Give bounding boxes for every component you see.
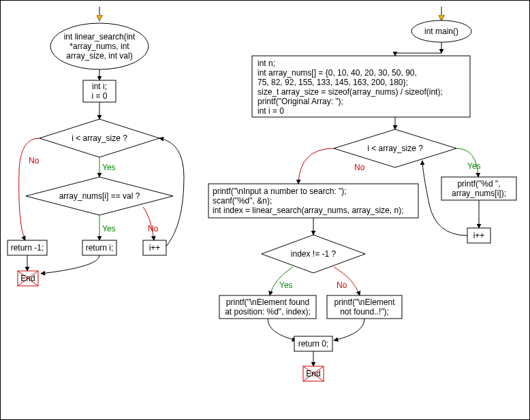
text: return i; (86, 243, 114, 253)
text: i++ (473, 231, 485, 240)
edge-label-yes: Yes (102, 224, 116, 233)
edge-label-yes: Yes (279, 280, 293, 290)
text: index != -1 ? (291, 249, 337, 259)
text: i < array_size ? (367, 144, 423, 153)
text: printf("%d ", (457, 179, 500, 189)
svg-text:at position: %d", index);: at position: %d", index); (225, 307, 311, 317)
svg-text:i = 0: i = 0 (91, 91, 107, 101)
edge-label-no: No (337, 280, 347, 290)
text: return 0; (298, 339, 329, 349)
text: int i; (92, 82, 107, 91)
svg-text:printf("\nElement: printf("\nElement (334, 297, 396, 307)
svg-text:array_size, int val): array_size, int val) (66, 51, 132, 61)
svg-text:printf("%d ",: printf("%d ", (457, 179, 500, 189)
text: 75, 82, 92, 155, 133, 145, 163, 200, 180… (258, 78, 408, 87)
svg-text:int main(): int main() (424, 27, 458, 36)
svg-text:return -1;: return -1; (11, 243, 44, 253)
text: return -1; (11, 243, 44, 253)
text: int linear_search(int (64, 32, 136, 42)
svg-text:not found..!");: not found..!"); (340, 307, 389, 317)
svg-text:index != -1 ?: index != -1 ? (291, 249, 337, 259)
svg-text:int index = linear_search(arra: int index = linear_search(array_nums, ar… (213, 206, 403, 215)
edge-label-yes: Yes (467, 161, 481, 171)
text: int n; (258, 59, 275, 68)
text: int index = linear_search(array_nums, ar… (213, 206, 403, 215)
svg-text:75, 82, 92, 155, 133, 145, 163: 75, 82, 92, 155, 133, 145, 163, 200, 180… (258, 78, 408, 87)
svg-text:int i;: int i; (92, 82, 107, 91)
text: End (306, 369, 320, 378)
text: int array_nums[] = {0, 10, 40, 20, 30, 5… (258, 68, 417, 78)
text: printf("\nElement (334, 297, 396, 307)
edge-label-no: No (148, 224, 159, 233)
svg-text:printf("Original Array: ");: printf("Original Array: "); (258, 97, 343, 106)
svg-text:printf("\nElement found: printf("\nElement found (226, 297, 309, 307)
end-left: End (18, 271, 38, 286)
text: array_nums[i] == val ? (59, 191, 140, 201)
svg-text:array_nums[i] == val ?: array_nums[i] == val ? (59, 191, 140, 201)
svg-text:i < array_size ?: i < array_size ? (72, 133, 127, 143)
text: printf("\nElement found (226, 297, 309, 307)
svg-text:scanf("%d", &n);: scanf("%d", &n); (213, 196, 272, 206)
text: printf("\nInput a number to search: "); (213, 187, 347, 196)
svg-text:array_nums[i]);: array_nums[i]); (452, 189, 506, 198)
svg-text:End: End (306, 369, 320, 378)
text: array_nums[i]); (452, 189, 506, 198)
end-right: End (303, 366, 324, 381)
text: End (20, 274, 35, 283)
svg-text:size_t array_size = sizeof(arr: size_t array_size = sizeof(array_nums) /… (258, 87, 443, 97)
flowchart-diagram: int linear_search(int *array_nums, int a… (0, 0, 530, 420)
text: int i = 0 (258, 106, 284, 116)
text: *array_nums, int (69, 42, 129, 51)
svg-text:End: End (20, 274, 35, 283)
svg-text:return 0;: return 0; (298, 339, 329, 349)
svg-text:i < array_size ?: i < array_size ? (367, 144, 423, 153)
svg-text:return i;: return i; (86, 243, 114, 253)
edge-label-no: No (354, 163, 365, 172)
svg-text:printf("\nInput a number to se: printf("\nInput a number to search: "); (213, 187, 347, 196)
text: i < array_size ? (72, 133, 127, 143)
text: i++ (149, 243, 161, 253)
text: size_t array_size = sizeof(array_nums) /… (258, 87, 443, 97)
svg-text:int linear_search(int: int linear_search(int (64, 32, 136, 42)
text: array_size, int val) (66, 51, 132, 61)
text: at position: %d", index); (225, 307, 311, 317)
edge-label-yes: Yes (102, 163, 116, 172)
text: scanf("%d", &n); (213, 196, 272, 206)
svg-text:*array_nums, int: *array_nums, int (69, 42, 129, 51)
svg-text:int n;: int n; (258, 59, 275, 68)
edge-label-no: No (29, 156, 40, 165)
svg-text:i++: i++ (473, 231, 485, 240)
text: not found..!"); (340, 307, 389, 317)
svg-text:int array_nums[] = {0, 10, 40,: int array_nums[] = {0, 10, 40, 20, 30, 5… (258, 68, 417, 78)
text: printf("Original Array: "); (258, 97, 343, 106)
svg-text:int i = 0: int i = 0 (258, 106, 284, 116)
text: int main() (424, 27, 458, 36)
text: i = 0 (91, 91, 107, 101)
svg-text:i++: i++ (149, 243, 161, 253)
